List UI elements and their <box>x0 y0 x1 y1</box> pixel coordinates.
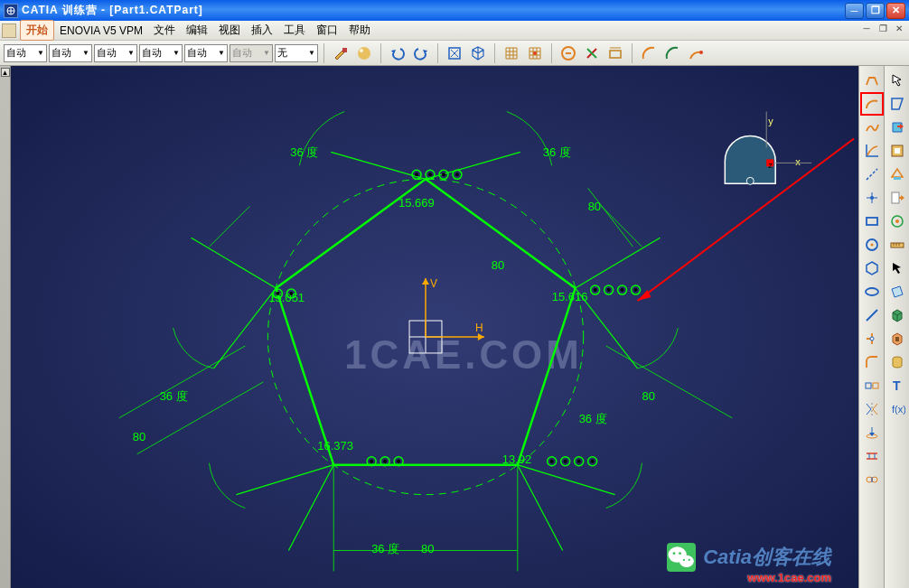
wechat-icon <box>667 543 696 572</box>
point-icon[interactable] <box>861 187 883 209</box>
svg-point-94 <box>683 559 685 561</box>
svg-line-37 <box>119 346 246 418</box>
snap-icon[interactable] <box>524 43 546 63</box>
tree-strip[interactable]: ▲ <box>0 66 11 588</box>
svg-point-85 <box>564 460 567 463</box>
arc-tool-icon[interactable] <box>638 43 660 63</box>
svg-text:H: H <box>475 322 483 334</box>
solid-icon[interactable] <box>886 304 908 326</box>
sketch-icon[interactable] <box>886 163 908 185</box>
compass[interactable]: y z x <box>725 112 811 185</box>
arc-icon[interactable] <box>861 93 883 115</box>
svg-text:z: z <box>768 160 773 170</box>
corner-icon[interactable] <box>861 351 883 373</box>
doc-restore-button[interactable]: ❐ <box>875 23 891 38</box>
menu-start[interactable]: 开始 <box>20 20 54 41</box>
rectangle-icon[interactable] <box>861 210 883 232</box>
grid-icon[interactable] <box>501 43 522 63</box>
pointtype-combo[interactable]: 自动▼ <box>139 44 183 62</box>
undo-icon[interactable] <box>387 43 408 63</box>
profile-icon[interactable] <box>861 70 883 91</box>
svg-point-116 <box>867 477 872 482</box>
layer-combo[interactable]: 自动▼ <box>4 44 47 62</box>
doc-close-button[interactable]: ✕ <box>891 23 907 38</box>
svg-point-93 <box>679 552 681 555</box>
line-icon[interactable] <box>861 304 883 326</box>
exit-icon[interactable] <box>886 117 908 138</box>
svg-line-39 <box>606 346 733 418</box>
svg-text:36 度: 36 度 <box>290 145 318 159</box>
menu-file[interactable]: 文件 <box>148 21 181 40</box>
mirror-icon[interactable] <box>861 398 883 420</box>
hexagon-icon[interactable] <box>861 257 883 279</box>
menu-view[interactable]: 视图 <box>213 21 246 40</box>
spline-icon[interactable] <box>861 117 883 138</box>
svg-point-75 <box>634 288 638 292</box>
svg-line-96 <box>867 169 877 180</box>
menu-help[interactable]: 帮助 <box>343 21 376 40</box>
arc2-tool-icon[interactable] <box>661 43 683 63</box>
workbench-icon[interactable] <box>886 140 908 162</box>
arrow2-icon[interactable] <box>886 257 908 279</box>
isometric-icon[interactable] <box>467 43 489 63</box>
close-button[interactable]: ✕ <box>886 3 905 19</box>
color-combo[interactable]: 自动▼ <box>184 44 228 62</box>
text-icon[interactable]: T <box>886 375 908 397</box>
redo-icon[interactable] <box>410 43 432 63</box>
tree-expand-icon[interactable]: ▲ <box>1 68 10 77</box>
menu-edit[interactable]: 编辑 <box>181 21 213 40</box>
maximize-button[interactable]: ❐ <box>866 3 885 19</box>
ellipse-icon[interactable] <box>861 281 883 303</box>
pocket-icon[interactable] <box>886 328 908 350</box>
project-icon[interactable] <box>861 422 883 443</box>
paint-icon[interactable] <box>330 43 351 63</box>
conic-icon[interactable] <box>861 140 883 162</box>
menu-insert[interactable]: 插入 <box>246 21 278 40</box>
shaft-icon[interactable] <box>886 351 908 373</box>
measure-icon[interactable] <box>886 234 908 256</box>
doc-minimize-button[interactable]: ─ <box>858 23 875 38</box>
svg-point-125 <box>895 219 899 223</box>
trim-icon[interactable] <box>861 328 883 350</box>
watermark: 1CAE.COM <box>344 332 583 377</box>
formula-icon[interactable]: f(x) <box>886 398 908 420</box>
lineweight-combo[interactable]: 自动▼ <box>94 44 137 62</box>
viewport[interactable]: 1CAE.COM y z x <box>11 66 858 588</box>
constraint-icon[interactable] <box>558 43 579 63</box>
geo-constraint-icon[interactable] <box>581 43 603 63</box>
svg-text:80: 80 <box>133 430 145 443</box>
svg-point-2 <box>358 47 370 60</box>
svg-text:36 度: 36 度 <box>371 542 399 555</box>
constraint-tool-icon[interactable] <box>861 445 883 467</box>
svg-text:15.616: 15.616 <box>552 290 588 303</box>
fitall-icon[interactable] <box>444 43 465 63</box>
catia-icon[interactable] <box>2 23 16 38</box>
arc3-tool-icon[interactable] <box>685 43 707 63</box>
menu-window[interactable]: 窗口 <box>311 21 343 40</box>
svg-point-91 <box>679 555 694 567</box>
dim-constraint-icon[interactable] <box>604 43 626 63</box>
svg-text:36 度: 36 度 <box>160 389 188 403</box>
menu-tools[interactable]: 工具 <box>278 21 311 40</box>
arrow-icon[interactable] <box>886 70 908 91</box>
svg-point-61 <box>442 173 445 176</box>
menu-enovia[interactable]: ENOVIA V5 VPM <box>54 23 148 39</box>
animate-icon[interactable] <box>861 469 883 490</box>
svg-point-79 <box>383 460 387 463</box>
output-icon[interactable] <box>886 187 908 209</box>
wx-badge: Catia创客在线 <box>667 543 831 572</box>
transform-icon[interactable] <box>861 375 883 397</box>
axis-icon[interactable] <box>861 163 883 185</box>
linetype-combo[interactable]: 自动▼ <box>49 44 92 62</box>
analysis-icon[interactable] <box>886 210 908 232</box>
minimize-button[interactable]: ─ <box>845 3 864 19</box>
render-icon[interactable] <box>353 43 375 63</box>
svg-point-83 <box>550 460 554 463</box>
svg-point-92 <box>673 552 676 555</box>
transparency-combo[interactable]: 无▼ <box>275 44 318 62</box>
circle-icon[interactable] <box>861 234 883 256</box>
svg-line-38 <box>137 382 264 454</box>
svg-point-69 <box>594 288 597 292</box>
select-trap-icon[interactable] <box>886 93 908 115</box>
plane-icon[interactable] <box>886 281 908 303</box>
